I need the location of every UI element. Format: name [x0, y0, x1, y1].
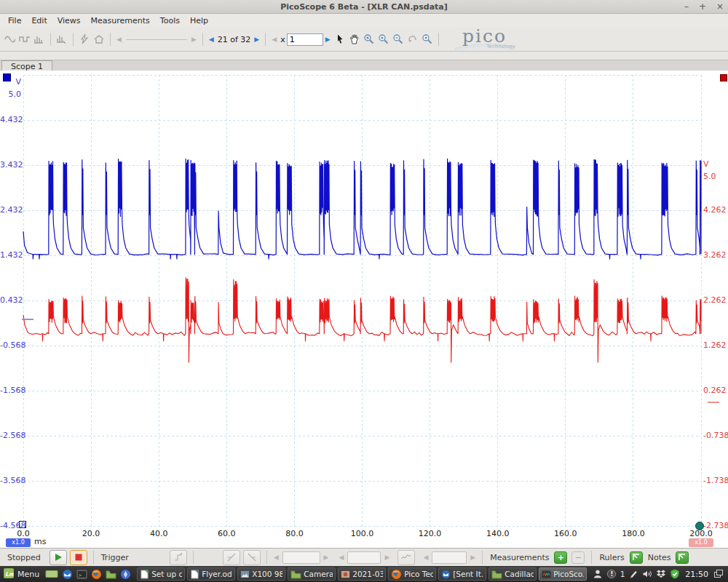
- home-icon[interactable]: [92, 33, 106, 46]
- zoom-window-icon[interactable]: [363, 33, 376, 46]
- auto-setup-icon[interactable]: [78, 33, 91, 46]
- tablet-pen-icon[interactable]: [628, 569, 638, 579]
- window-title: PicoScope 6 Beta - [XLR CAN.psdata]: [280, 2, 448, 12]
- right-axis-tick: 2.262: [703, 295, 728, 306]
- taskbar-window-button[interactable]: 2021-03...: [338, 567, 386, 581]
- taskbar-window-button[interactable]: Camera...: [288, 567, 336, 581]
- mint-menu-button[interactable]: Lm Menu: [0, 566, 45, 582]
- notes-button[interactable]: [676, 551, 689, 564]
- trigger-channel-field[interactable]: [282, 551, 320, 564]
- maximize-button[interactable]: +: [699, 0, 706, 13]
- waveform-channel-a: [23, 159, 701, 259]
- right-axis-tick: 0.262: [703, 386, 728, 396]
- volume-icon[interactable]: [642, 569, 652, 579]
- trigger-level-down-arrow[interactable]: ◀: [337, 554, 347, 561]
- taskbar-window-button[interactable]: Set up c...: [137, 567, 185, 581]
- hand-tool-icon[interactable]: [348, 33, 361, 46]
- left-axis-tick: 1.432: [0, 250, 21, 260]
- main-toolbar: ◀ ▶ ◀ 21 of 32 ▶ ◀ x ▶ pico Technology: [0, 28, 728, 52]
- security-shield-icon[interactable]: [670, 569, 680, 579]
- menu-item-measurements[interactable]: Measurements: [86, 15, 155, 27]
- terminal-icon[interactable]: >_: [76, 569, 87, 580]
- pico-technology-logo: pico Technology: [450, 29, 520, 49]
- menu-item-tools[interactable]: Tools: [155, 15, 185, 27]
- buffer-slider-track[interactable]: [126, 39, 187, 40]
- pretrigger-down-arrow[interactable]: ◀: [421, 554, 430, 561]
- channel-b-axis-handle[interactable]: [720, 74, 727, 81]
- histogram-icon[interactable]: [33, 33, 46, 46]
- app-blue-icon[interactable]: [120, 569, 131, 580]
- persistence-mode-icon[interactable]: [55, 33, 68, 46]
- zoom-in-icon[interactable]: [377, 33, 390, 46]
- thunderbird-icon[interactable]: [62, 569, 73, 580]
- trigger-channel-prev-arrow[interactable]: ◀: [272, 554, 281, 561]
- user-session-icon[interactable]: [593, 569, 603, 579]
- zoom-out-icon[interactable]: [392, 33, 405, 46]
- buffer-first-arrow[interactable]: ◀: [114, 36, 124, 43]
- y-axis-zoom-badge-right: x1.0: [689, 538, 713, 547]
- channel-a-zero-marker[interactable]: [22, 319, 33, 320]
- taskbar-window-button[interactable]: Cadillac: [488, 567, 537, 581]
- menu-label: Menu: [17, 570, 39, 579]
- pretrigger-field[interactable]: [432, 551, 467, 564]
- zoom-factor-input[interactable]: [287, 33, 323, 46]
- undo-zoom-icon[interactable]: [406, 33, 419, 46]
- tab-scope-1[interactable]: Scope 1: [1, 60, 52, 71]
- zoom-increase-arrow[interactable]: ▶: [323, 36, 333, 43]
- update-alert-icon[interactable]: !: [606, 569, 617, 579]
- remove-measurement-button[interactable]: −: [571, 551, 585, 564]
- zoom-factor-prefix: x: [280, 35, 285, 44]
- pretrigger-up-arrow[interactable]: ▶: [468, 554, 478, 561]
- menu-item-help[interactable]: Help: [185, 15, 213, 27]
- left-axis-tick: 3.432: [0, 160, 21, 170]
- sine-wave-icon[interactable]: [4, 33, 17, 46]
- show-desktop-icon[interactable]: [45, 569, 58, 579]
- window-list-icon[interactable]: [713, 569, 724, 579]
- start-capture-button[interactable]: [50, 550, 67, 565]
- menu-item-views[interactable]: Views: [52, 15, 86, 27]
- taskbar-window-button[interactable]: X100 98...: [237, 567, 285, 581]
- right-axis-tick: 3.262: [703, 250, 728, 260]
- taskbar-window-button[interactable]: Pico Tec...: [388, 567, 436, 581]
- menu-item-file[interactable]: File: [3, 15, 26, 27]
- x-axis-tick: 20.0: [75, 529, 107, 538]
- menu-item-edit[interactable]: Edit: [26, 15, 52, 27]
- clock[interactable]: 21:50: [685, 570, 708, 579]
- falling-edge-button[interactable]: [243, 550, 261, 565]
- x-axis-tick: 160.0: [550, 529, 582, 538]
- rising-edge-button[interactable]: [223, 550, 240, 565]
- trigger-level-up-arrow[interactable]: ▶: [382, 554, 392, 561]
- add-measurement-button[interactable]: +: [554, 551, 567, 564]
- prev-buffer-arrow[interactable]: ◀: [207, 36, 216, 43]
- taskbar-window-label: [Sent It...: [453, 570, 483, 578]
- notification-count: 1: [620, 570, 625, 578]
- trigger-level-field[interactable]: [347, 551, 381, 564]
- trigger-mode-button[interactable]: [170, 550, 187, 565]
- pointer-tool-icon[interactable]: [333, 33, 347, 46]
- square-wave-icon[interactable]: [18, 33, 31, 46]
- taskbar-window-label: Cadillac: [505, 570, 534, 578]
- channel-b-zero-marker[interactable]: [708, 402, 719, 403]
- taskbar-window-button[interactable]: [Sent It...: [438, 567, 486, 581]
- firefox-icon[interactable]: [91, 569, 102, 580]
- chart-area[interactable]: V V x1.0 x1.0 ms 5.04.4323.4322.4321.432…: [0, 71, 728, 548]
- taskbar-window-label: Pico Tec...: [404, 570, 433, 578]
- rulers-label: Rulers: [599, 553, 624, 562]
- x-axis-tick: 40.0: [143, 529, 175, 538]
- zoom-full-icon[interactable]: [421, 33, 434, 46]
- dropbox-icon[interactable]: [656, 569, 666, 579]
- buffer-last-arrow[interactable]: ▶: [189, 36, 199, 43]
- stop-capture-button[interactable]: [70, 550, 87, 565]
- minimize-button[interactable]: –: [684, 0, 689, 13]
- taskbar-window-button[interactable]: PicoSco...: [539, 567, 587, 581]
- files-icon[interactable]: [106, 569, 116, 580]
- right-axis-tick: 1.262: [703, 340, 728, 351]
- taskbar-window-button[interactable]: Flyer.od...: [187, 567, 235, 581]
- close-button[interactable]: ×: [716, 0, 724, 13]
- next-buffer-arrow[interactable]: ▶: [252, 36, 261, 43]
- rulers-button[interactable]: [630, 551, 643, 564]
- taskbar-window-label: PicoSco...: [553, 570, 584, 578]
- zoom-decrease-arrow[interactable]: ◀: [269, 36, 279, 43]
- trigger-channel-next-arrow[interactable]: ▶: [322, 554, 331, 561]
- trigger-advanced-button[interactable]: [397, 550, 415, 565]
